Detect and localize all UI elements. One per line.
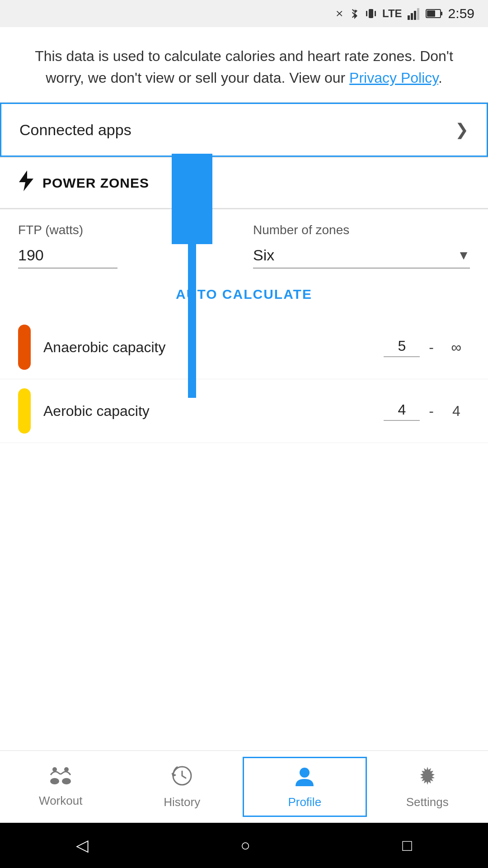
- svg-rect-9: [427, 10, 435, 17]
- power-zones-header: Power Zones: [0, 158, 488, 208]
- bluetooth-icon: [349, 7, 360, 20]
- zone-start-input[interactable]: [384, 401, 420, 421]
- svg-rect-0: [369, 9, 373, 18]
- svg-rect-1: [366, 11, 367, 16]
- svg-rect-2: [375, 11, 376, 16]
- svg-rect-8: [441, 12, 442, 15]
- zones-number-group: Number of zones Six ▼: [253, 223, 470, 269]
- profile-nav-label: Profile: [288, 795, 321, 809]
- bolt-icon: [18, 170, 34, 195]
- profile-nav-icon: [293, 764, 316, 792]
- zone-range: - 4: [384, 401, 470, 421]
- zone-dash: -: [429, 339, 434, 356]
- nav-item-history[interactable]: History: [122, 758, 243, 816]
- zone-end: ∞: [443, 339, 470, 356]
- dropdown-arrow-icon: ▼: [457, 248, 470, 263]
- zone-dash: -: [429, 403, 434, 420]
- zone-rows-container: Anaerobic capacity - ∞ Aerobic capacity …: [0, 316, 488, 443]
- nav-item-profile[interactable]: Profile: [243, 757, 367, 817]
- workout-icon: [48, 766, 73, 786]
- battery-icon: [426, 9, 443, 19]
- svg-point-17: [300, 768, 310, 778]
- back-button[interactable]: ◁: [76, 836, 89, 855]
- info-section: This data is used to calculate calories …: [0, 27, 488, 103]
- auto-calculate-button[interactable]: AUTO CALCULATE: [0, 273, 488, 316]
- history-icon: [171, 764, 193, 787]
- bottom-nav: Workout History Profile Settings: [0, 750, 488, 823]
- svg-point-14: [50, 778, 59, 784]
- lte-icon: LTE: [382, 7, 402, 20]
- nav-item-settings[interactable]: Settings: [367, 758, 488, 816]
- status-bar: ⨯︎ LTE 2:59: [0, 0, 488, 27]
- home-button[interactable]: ○: [240, 836, 250, 855]
- zones-inputs: FTP (watts) Number of zones Six ▼: [0, 209, 488, 273]
- zone-name: Aerobic capacity: [43, 403, 371, 420]
- nav-item-workout[interactable]: Workout: [0, 760, 122, 814]
- android-nav-bar: ◁ ○ □: [0, 823, 488, 868]
- zones-value: Six: [253, 246, 274, 264]
- zone-color-indicator: [18, 388, 31, 434]
- zone-row: Anaerobic capacity - ∞: [0, 316, 488, 379]
- svg-rect-6: [417, 8, 419, 20]
- zone-start-input[interactable]: [384, 338, 420, 357]
- status-icons: ⨯︎ LTE 2:59: [335, 6, 474, 21]
- workout-nav-label: Workout: [39, 794, 82, 808]
- info-text: This data is used to calculate calories …: [23, 45, 465, 89]
- privacy-policy-link[interactable]: Privacy Policy: [349, 70, 438, 86]
- content-area: This data is used to calculate calories …: [0, 27, 488, 750]
- ftp-label: FTP (watts): [18, 223, 235, 237]
- recent-button[interactable]: □: [402, 836, 412, 855]
- history-nav-icon: [171, 764, 193, 792]
- workout-nav-icon: [48, 766, 73, 790]
- signal-icon: [408, 7, 420, 20]
- svg-point-15: [62, 778, 71, 784]
- settings-nav-icon: [416, 764, 439, 792]
- svg-rect-5: [414, 11, 416, 20]
- settings-icon: [416, 764, 439, 787]
- zones-dropdown[interactable]: Six ▼: [253, 246, 470, 269]
- ftp-group: FTP (watts): [18, 223, 235, 269]
- bluetooth-icon: ⨯︎: [335, 8, 343, 19]
- profile-icon: [293, 764, 316, 787]
- history-nav-label: History: [164, 795, 200, 809]
- connected-apps-row[interactable]: Connected apps ❯: [0, 103, 488, 157]
- zones-label: Number of zones: [253, 223, 470, 237]
- settings-nav-label: Settings: [406, 795, 449, 809]
- zone-end: 4: [443, 403, 470, 420]
- zone-range: - ∞: [384, 338, 470, 357]
- zone-color-indicator: [18, 325, 31, 370]
- zone-name: Anaerobic capacity: [43, 339, 371, 356]
- vibrate-icon: [365, 7, 377, 20]
- svg-rect-4: [411, 13, 413, 20]
- status-time: 2:59: [448, 6, 474, 21]
- ftp-input[interactable]: [18, 246, 117, 269]
- connected-apps-label: Connected apps: [19, 121, 131, 139]
- chevron-right-icon: ❯: [455, 120, 469, 139]
- zone-row: Aerobic capacity - 4: [0, 379, 488, 443]
- svg-rect-3: [408, 15, 410, 20]
- power-zones-title: Power Zones: [42, 175, 149, 191]
